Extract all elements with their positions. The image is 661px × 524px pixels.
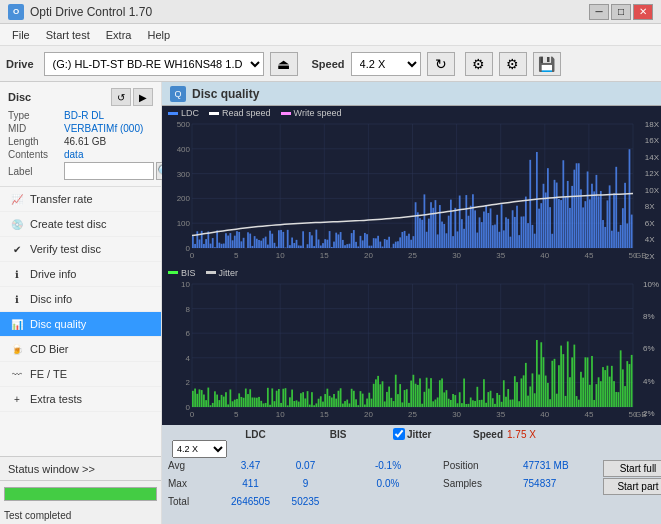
sidebar: Disc ↺ ▶ Type BD-R DL MID VERBATIMf (000…: [0, 82, 162, 524]
stats-panel: LDC BIS Jitter Speed 1.75 X 4.2 X Avg 3.…: [162, 424, 661, 524]
speed-select[interactable]: 4.2 X: [351, 52, 421, 76]
sidebar-item-verify-test-disc[interactable]: ✔ Verify test disc: [0, 237, 161, 262]
speed-header: Speed: [473, 429, 503, 440]
total-row: Total 2646505 50235: [168, 496, 655, 507]
progress-bar-fill: [5, 488, 156, 500]
disc-info-icon: ℹ: [10, 292, 24, 306]
max-label: Max: [168, 478, 223, 495]
bottom-chart-area: BIS Jitter 10% 8% 6% 4% 2%: [162, 266, 661, 425]
jitter-legend-dot: [206, 271, 216, 274]
avg-label: Avg: [168, 460, 223, 477]
status-text-bar: Test completed: [0, 506, 161, 524]
mid-label: MID: [8, 123, 64, 134]
sidebar-item-create-test-disc[interactable]: 💿 Create test disc: [0, 212, 161, 237]
quality-title: Disc quality: [192, 87, 259, 101]
total-label: Total: [168, 496, 223, 507]
type-label: Type: [8, 110, 64, 121]
sidebar-item-drive-info[interactable]: ℹ Drive info: [0, 262, 161, 287]
samples-label: Samples: [443, 478, 523, 495]
speed-dropdown[interactable]: 4.2 X: [172, 440, 227, 458]
start-full-button[interactable]: Start full: [603, 460, 661, 477]
sidebar-item-label-drive-info: Drive info: [30, 268, 76, 280]
maximize-button[interactable]: □: [611, 4, 631, 20]
eject-button[interactable]: ⏏: [270, 52, 298, 76]
transfer-rate-icon: 📈: [10, 192, 24, 206]
length-value: 46.61 GB: [64, 136, 106, 147]
sidebar-item-label-fe-te: FE / TE: [30, 368, 67, 380]
refresh-button[interactable]: ↻: [427, 52, 455, 76]
menu-start-test[interactable]: Start test: [38, 27, 98, 43]
disc-quality-icon: 📊: [10, 317, 24, 331]
save-button[interactable]: 💾: [533, 52, 561, 76]
sidebar-item-label-verify-test-disc: Verify test disc: [30, 243, 101, 255]
sidebar-item-label-cd-bier: CD Bier: [30, 343, 69, 355]
sidebar-item-fe-te[interactable]: 〰 FE / TE: [0, 362, 161, 387]
bis-total: 50235: [278, 496, 333, 507]
drive-select[interactable]: (G:) HL-DT-ST BD-RE WH16NS48 1.D3: [44, 52, 264, 76]
ldc-legend-text: LDC: [181, 108, 199, 118]
disc-section-title: Disc: [8, 91, 31, 103]
position-label: Position: [443, 460, 523, 477]
samples-value: 754837: [523, 478, 603, 495]
status-window-label[interactable]: Status window >>: [8, 463, 95, 475]
disc-icon-btn2[interactable]: ▶: [133, 88, 153, 106]
status-completed: Test completed: [4, 510, 71, 521]
title-bar: O Opti Drive Control 1.70 ─ □ ✕: [0, 0, 661, 24]
disc-icon-btn1[interactable]: ↺: [111, 88, 131, 106]
bottom-chart-canvas: [162, 266, 661, 425]
settings-button2[interactable]: ⚙: [499, 52, 527, 76]
menu-file[interactable]: File: [4, 27, 38, 43]
bis-legend-dot: [168, 271, 178, 274]
sidebar-item-label-transfer-rate: Transfer rate: [30, 193, 93, 205]
start-part-button[interactable]: Start part: [603, 478, 661, 495]
cd-bier-icon: 🍺: [10, 342, 24, 356]
settings-button1[interactable]: ⚙: [465, 52, 493, 76]
position-value: 47731 MB: [523, 460, 603, 477]
quality-header: Q Disc quality: [162, 82, 661, 106]
label-input[interactable]: [64, 162, 154, 180]
mid-value: VERBATIMf (000): [64, 123, 143, 134]
sidebar-item-disc-info[interactable]: ℹ Disc info: [0, 287, 161, 312]
disc-section: Disc ↺ ▶ Type BD-R DL MID VERBATIMf (000…: [0, 82, 161, 187]
main-content: Q Disc quality LDC Read speed Write spee…: [162, 82, 661, 524]
sidebar-item-transfer-rate[interactable]: 📈 Transfer rate: [0, 187, 161, 212]
label-label: Label: [8, 166, 64, 177]
ldc-legend-dot: [168, 112, 178, 115]
menu-bar: File Start test Extra Help: [0, 24, 661, 46]
sidebar-item-disc-quality[interactable]: 📊 Disc quality: [0, 312, 161, 337]
quality-icon: Q: [170, 86, 186, 102]
top-chart-canvas: [162, 106, 661, 266]
contents-label: Contents: [8, 149, 64, 160]
sidebar-item-label-disc-quality: Disc quality: [30, 318, 86, 330]
speed-area: Speed 1.75 X: [473, 429, 543, 440]
window-controls: ─ □ ✕: [589, 4, 653, 20]
menu-help[interactable]: Help: [139, 27, 178, 43]
jitter-checkbox[interactable]: [393, 428, 405, 440]
contents-value: data: [64, 149, 83, 160]
bis-legend-text: BIS: [181, 268, 196, 278]
stats-ldc-header: LDC: [228, 429, 283, 440]
speed-value: 1.75 X: [507, 429, 536, 440]
drive-toolbar: Drive (G:) HL-DT-ST BD-RE WH16NS48 1.D3 …: [0, 46, 661, 82]
bottom-legend: BIS Jitter: [168, 268, 238, 278]
extra-tests-icon: +: [10, 392, 24, 406]
avg-row: Avg 3.47 0.07 -0.1% Position 47731 MB St…: [168, 460, 655, 477]
menu-extra[interactable]: Extra: [98, 27, 140, 43]
verify-test-disc-icon: ✔: [10, 242, 24, 256]
status-window-bar: Status window >>: [0, 456, 161, 480]
ldc-avg: 3.47: [223, 460, 278, 477]
fe-te-icon: 〰: [10, 367, 24, 381]
sidebar-item-cd-bier[interactable]: 🍺 CD Bier: [0, 337, 161, 362]
app-icon: O: [8, 4, 24, 20]
sidebar-item-label-create-test-disc: Create test disc: [30, 218, 106, 230]
ldc-total: 2646505: [223, 496, 278, 507]
write-speed-legend-text: Write speed: [294, 108, 342, 118]
jitter-checkbox-area: Jitter: [393, 428, 473, 440]
ldc-max: 411: [223, 478, 278, 495]
sidebar-progress-bar: [0, 480, 161, 506]
close-button[interactable]: ✕: [633, 4, 653, 20]
sidebar-item-label-disc-info: Disc info: [30, 293, 72, 305]
sidebar-menu: 📈 Transfer rate 💿 Create test disc ✔ Ver…: [0, 187, 161, 456]
sidebar-item-extra-tests[interactable]: + Extra tests: [0, 387, 161, 412]
minimize-button[interactable]: ─: [589, 4, 609, 20]
